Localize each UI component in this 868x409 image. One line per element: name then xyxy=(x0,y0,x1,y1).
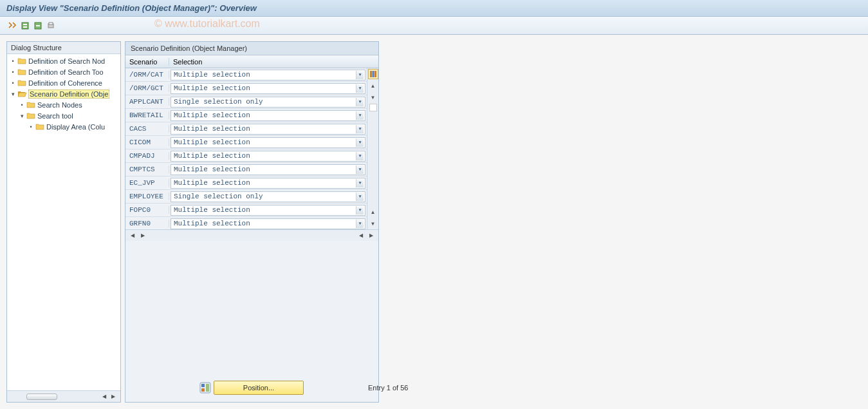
tree-node[interactable]: •Definition of Search Too xyxy=(7,66,120,77)
collapse-icon[interactable]: ▾ xyxy=(19,113,25,119)
scroll-left-icon[interactable]: ◀ xyxy=(100,392,109,401)
selection-value: Multiple selection xyxy=(174,138,250,146)
chevron-down-icon[interactable]: ▼ xyxy=(356,206,364,214)
selection-dropdown[interactable]: Multiple selection▼ xyxy=(171,205,365,216)
selection-dropdown[interactable]: Multiple selection▼ xyxy=(171,151,365,162)
tree-node[interactable]: •Display Area (Colu xyxy=(7,121,120,132)
selection-dropdown[interactable]: Multiple selection▼ xyxy=(171,70,365,81)
tree-node[interactable]: ▾Search tool xyxy=(7,110,120,121)
scroll-up-icon[interactable]: ▲ xyxy=(368,81,378,91)
svg-rect-9 xyxy=(374,71,376,77)
chevron-down-icon[interactable]: ▼ xyxy=(356,125,364,133)
grid-empty-area xyxy=(125,241,378,402)
table-row: CICOMMultiple selection▼ xyxy=(125,136,367,149)
scroll-down-icon[interactable]: ▼ xyxy=(368,218,378,229)
svg-rect-12 xyxy=(201,388,205,392)
configure-columns-icon[interactable] xyxy=(368,69,378,79)
chevron-down-icon[interactable]: ▼ xyxy=(356,179,364,187)
scenario-cell[interactable]: CMPADJ xyxy=(125,152,169,160)
scrollbar-track[interactable] xyxy=(367,112,378,206)
position-button[interactable]: Position... xyxy=(214,381,304,395)
scroll-down-step-icon[interactable]: ▼ xyxy=(368,92,378,102)
chevron-down-icon[interactable]: ▼ xyxy=(356,193,364,201)
expand-icon[interactable]: • xyxy=(10,80,16,86)
selection-value: Multiple selection xyxy=(174,111,250,119)
scenario-cell[interactable]: CICOM xyxy=(125,138,169,146)
tree-node[interactable]: ▾Scenario Definition (Obje xyxy=(7,88,120,99)
scenario-cell[interactable]: EMPLOYEE xyxy=(125,193,169,200)
chevron-down-icon[interactable]: ▼ xyxy=(356,71,364,79)
selection-cell: Multiple selection▼ xyxy=(169,124,367,135)
scenario-cell[interactable]: GRFN0 xyxy=(125,220,169,227)
bottom-bar: Position... Entry 1 of 56 xyxy=(199,381,408,395)
selection-dropdown[interactable]: Multiple selection▼ xyxy=(171,137,365,148)
sidebar-horizontal-scrollbar[interactable]: ◀ ▶ xyxy=(7,390,120,402)
tree-node-label: Display Area (Colu xyxy=(46,123,105,131)
selection-dropdown[interactable]: Multiple selection▼ xyxy=(171,83,365,94)
selection-dropdown[interactable]: Multiple selection▼ xyxy=(171,110,365,121)
selection-cell: Multiple selection▼ xyxy=(169,151,367,162)
selection-cell: Multiple selection▼ xyxy=(169,164,367,175)
chevron-down-icon[interactable]: ▼ xyxy=(356,138,364,147)
table-row: EMPLOYEESingle selection only▼ xyxy=(125,190,367,204)
collapse-all-icon[interactable] xyxy=(32,20,44,32)
selection-cell: Single selection only▼ xyxy=(169,191,367,202)
tree-node[interactable]: •Definition of Search Nod xyxy=(7,55,120,66)
svg-rect-7 xyxy=(370,71,372,77)
selection-value: Multiple selection xyxy=(174,179,250,187)
scroll-first-icon[interactable]: ◀ xyxy=(128,231,137,240)
selection-dropdown[interactable]: Multiple selection▼ xyxy=(171,124,365,135)
scenario-cell[interactable]: CACS xyxy=(125,125,169,133)
scrollbar-thumb[interactable] xyxy=(26,394,57,400)
expand-icon[interactable]: • xyxy=(10,69,16,75)
scenario-cell[interactable]: CMPTCS xyxy=(125,166,169,173)
scroll-marker-icon[interactable] xyxy=(369,104,377,111)
collapse-icon[interactable]: ▾ xyxy=(10,91,16,97)
toggle-display-icon[interactable] xyxy=(6,20,18,32)
selection-value: Multiple selection xyxy=(174,220,250,227)
chevron-down-icon[interactable]: ▼ xyxy=(356,166,364,174)
table-row: /ORM/GCTMultiple selection▼ xyxy=(125,82,367,95)
scenario-definition-grid: Scenario Definition (Object Manager) Sce… xyxy=(125,41,379,403)
column-header-selection[interactable]: Selection xyxy=(169,58,378,66)
scenario-cell[interactable]: /ORM/CAT xyxy=(125,71,169,79)
expand-icon[interactable]: • xyxy=(19,102,25,108)
expand-icon[interactable]: • xyxy=(28,124,34,130)
selection-dropdown[interactable]: Multiple selection▼ xyxy=(171,218,365,229)
scenario-cell[interactable]: EC_JVP xyxy=(125,179,169,187)
scroll-last-icon[interactable]: ▶ xyxy=(367,231,376,240)
selection-value: Multiple selection xyxy=(174,125,250,133)
selection-dropdown[interactable]: Single selection only▼ xyxy=(171,191,365,202)
grid-horizontal-scrollbar[interactable]: ◀ ▶ ◀ ▶ xyxy=(125,229,378,241)
table-row: FOPC0Multiple selection▼ xyxy=(125,204,367,217)
dialog-structure-tree[interactable]: •Definition of Search Nod•Definition of … xyxy=(7,54,120,390)
chevron-down-icon[interactable]: ▼ xyxy=(356,98,364,106)
scenario-cell[interactable]: /ORM/GCT xyxy=(125,84,169,92)
tree-node-label: Scenario Definition (Obje xyxy=(30,90,108,98)
selection-dropdown[interactable]: Single selection only▼ xyxy=(171,97,365,108)
grid-header-row: Scenario Selection xyxy=(125,55,378,68)
column-header-scenario[interactable]: Scenario xyxy=(125,58,169,66)
scroll-up-bottom-icon[interactable]: ▲ xyxy=(368,207,378,217)
scenario-cell[interactable]: APPLCANT xyxy=(125,98,169,106)
scenario-cell[interactable]: BWRETAIL xyxy=(125,111,169,119)
expand-icon[interactable]: • xyxy=(10,58,16,64)
position-indicator-icon xyxy=(199,382,211,394)
chevron-down-icon[interactable]: ▼ xyxy=(356,84,364,93)
selection-dropdown[interactable]: Multiple selection▼ xyxy=(171,178,365,189)
tree-node[interactable]: •Definition of Coherence xyxy=(7,77,120,88)
selection-dropdown[interactable]: Multiple selection▼ xyxy=(171,164,365,175)
expand-all-icon[interactable] xyxy=(19,20,31,32)
chevron-down-icon[interactable]: ▼ xyxy=(356,220,364,228)
chevron-down-icon[interactable]: ▼ xyxy=(356,152,364,160)
scroll-right-icon[interactable]: ▶ xyxy=(109,392,118,401)
grid-vertical-scrollbar[interactable]: ▲ ▼ ▲ ▼ xyxy=(367,68,378,229)
scroll-right-grid-icon[interactable]: ◀ xyxy=(356,231,365,240)
scroll-left-grid-icon[interactable]: ▶ xyxy=(138,231,147,240)
folder-icon xyxy=(17,57,26,65)
tree-node[interactable]: •Search Nodes xyxy=(7,99,120,110)
scenario-cell[interactable]: FOPC0 xyxy=(125,206,169,214)
table-row: GRFN0Multiple selection▼ xyxy=(125,217,367,229)
chevron-down-icon[interactable]: ▼ xyxy=(356,111,364,120)
print-icon[interactable] xyxy=(45,20,57,32)
